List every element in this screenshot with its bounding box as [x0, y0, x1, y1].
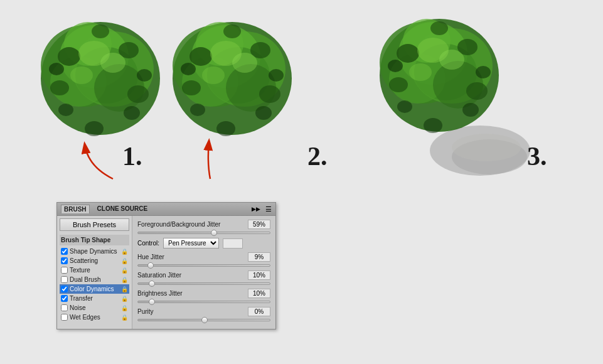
tree-2-svg [163, 6, 301, 157]
texture-checkbox[interactable] [61, 267, 68, 274]
svg-point-58 [466, 82, 488, 100]
tab-clone-source[interactable]: CLONE SOURCE [95, 205, 151, 213]
transfer-lock: 🔒 [121, 296, 128, 302]
purity-row: Purity 0% [137, 307, 270, 316]
panel-titlebar: BRUSH CLONE SOURCE ▶▶ ☰ [57, 203, 275, 216]
noise-item[interactable]: Noise 🔒 [60, 303, 129, 313]
purity-label: Purity [137, 308, 248, 315]
noise-checkbox[interactable] [61, 304, 68, 311]
svg-point-20 [124, 106, 140, 120]
scattering-label: Scattering [70, 257, 98, 264]
fg-bg-jitter-value: 59% [248, 220, 270, 229]
svg-point-17 [137, 69, 152, 82]
scattering-item[interactable]: Scattering 🔒 [60, 256, 129, 265]
svg-point-14 [100, 53, 125, 73]
scattering-checkbox[interactable] [61, 257, 68, 264]
label-3: 3. [527, 141, 547, 171]
tab-brush[interactable]: BRUSH [61, 205, 90, 213]
svg-point-55 [397, 44, 419, 63]
brush-panel: BRUSH CLONE SOURCE ▶▶ ☰ Brush Presets Br… [56, 202, 276, 329]
brightness-jitter-row: Brightness Jitter 10% [137, 289, 270, 298]
saturation-jitter-thumb[interactable] [149, 281, 155, 287]
shape-dynamics-lock: 🔒 [121, 249, 128, 255]
panel-icons: ▶▶ ☰ [252, 205, 272, 213]
fg-bg-jitter-row: Foreground/Background Jitter 59% [137, 220, 270, 229]
wet-edges-item[interactable]: Wet Edges 🔒 [60, 313, 129, 322]
svg-point-66 [397, 100, 412, 113]
wet-edges-label: Wet Edges [70, 314, 100, 321]
fg-bg-jitter-label: Foreground/Background Jitter [137, 221, 248, 228]
wet-edges-checkbox[interactable] [61, 314, 68, 321]
hue-jitter-label: Hue Jitter [137, 254, 248, 260]
svg-point-42 [190, 104, 205, 116]
svg-point-61 [439, 50, 464, 70]
svg-point-10 [50, 80, 69, 95]
svg-point-31 [189, 47, 212, 66]
fg-bg-jitter-thumb[interactable] [211, 230, 217, 236]
noise-label: Noise [70, 304, 86, 311]
tree-3-svg [370, 0, 540, 182]
saturation-jitter-value: 10% [248, 270, 270, 280]
svg-point-39 [181, 63, 196, 75]
fg-bg-jitter-slider[interactable] [137, 232, 270, 234]
saturation-jitter-row: Saturation Jitter 10% [137, 270, 270, 280]
hue-jitter-slider[interactable] [137, 264, 270, 267]
brightness-jitter-label: Brightness Jitter [137, 290, 248, 297]
control-subrow: Control: Pen Pressure [137, 238, 270, 249]
panel-body: Brush Presets Brush Tip Shape Shape Dyna… [57, 216, 275, 329]
svg-point-62 [409, 63, 432, 81]
svg-point-19 [58, 104, 73, 116]
dual-brush-lock: 🔒 [121, 277, 128, 283]
pen-pressure-select[interactable]: Pen Pressure [163, 238, 219, 249]
brush-tip-shape-header: Brush Tip Shape [60, 235, 129, 245]
purity-slider[interactable] [137, 319, 270, 321]
svg-point-57 [389, 77, 408, 92]
forward-icon[interactable]: ▶▶ [252, 206, 260, 212]
svg-point-41 [216, 121, 235, 136]
svg-point-67 [462, 103, 479, 117]
brightness-jitter-value: 10% [248, 289, 270, 298]
svg-point-16 [49, 63, 64, 75]
shape-dynamics-item[interactable]: Shape Dynamics 🔒 [60, 247, 129, 256]
arrow-1-svg [75, 135, 125, 185]
texture-lock: 🔒 [121, 267, 128, 274]
control-input[interactable] [223, 238, 243, 249]
purity-thumb[interactable] [201, 317, 208, 323]
brush-presets-button[interactable]: Brush Presets [60, 218, 129, 231]
saturation-jitter-label: Saturation Jitter [137, 272, 248, 279]
transfer-checkbox[interactable] [61, 295, 68, 302]
color-dynamics-item[interactable]: Color Dynamics 🔒 [60, 284, 129, 294]
svg-point-34 [259, 85, 280, 103]
shape-dynamics-checkbox[interactable] [61, 248, 68, 255]
svg-point-35 [223, 24, 241, 38]
brightness-jitter-slider[interactable] [137, 301, 270, 303]
dual-brush-checkbox[interactable] [61, 276, 68, 283]
dual-brush-item[interactable]: Dual Brush 🔒 [60, 275, 129, 284]
svg-point-12 [92, 24, 109, 38]
color-dynamics-lock: 🔒 [121, 286, 128, 292]
svg-point-11 [127, 85, 149, 103]
svg-point-43 [255, 106, 272, 120]
noise-lock: 🔒 [121, 305, 128, 311]
panel-tabs: BRUSH CLONE SOURCE [61, 205, 150, 213]
transfer-item[interactable]: Transfer 🔒 [60, 294, 129, 303]
svg-point-59 [430, 21, 448, 35]
svg-point-64 [476, 66, 491, 78]
svg-point-18 [85, 121, 104, 136]
panel-right: Foreground/Background Jitter 59% Control… [132, 216, 275, 329]
scattering-lock: 🔒 [121, 258, 128, 264]
texture-label: Texture [70, 267, 90, 274]
menu-icon[interactable]: ☰ [265, 205, 272, 213]
color-dynamics-checkbox[interactable] [61, 286, 68, 292]
texture-item[interactable]: Texture 🔒 [60, 265, 129, 275]
hue-jitter-value: 9% [248, 252, 270, 262]
brightness-jitter-thumb[interactable] [149, 299, 155, 305]
svg-point-46 [452, 134, 521, 161]
hue-jitter-thumb[interactable] [147, 262, 154, 269]
saturation-jitter-slider[interactable] [137, 282, 270, 285]
svg-point-63 [388, 60, 403, 72]
hue-jitter-row: Hue Jitter 9% [137, 252, 270, 262]
svg-point-40 [269, 69, 284, 82]
svg-point-37 [232, 53, 257, 73]
color-dynamics-label: Color Dynamics [70, 286, 114, 292]
